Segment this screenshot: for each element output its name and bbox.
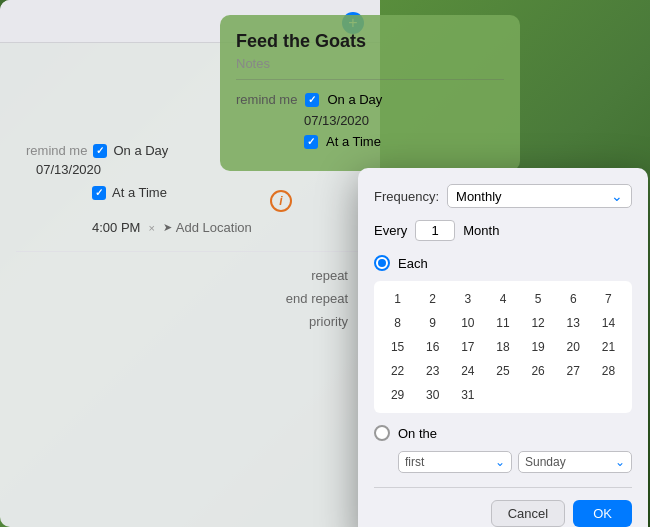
each-radio[interactable] xyxy=(374,255,390,271)
cal-day-empty-2 xyxy=(524,383,552,407)
cal-day-11[interactable]: 11 xyxy=(489,311,517,335)
repeat-row: repeat xyxy=(16,268,364,283)
on-day-check[interactable] xyxy=(305,93,319,107)
frequency-select-value: Monthly xyxy=(456,189,502,204)
cal-day-27[interactable]: 27 xyxy=(559,359,587,383)
cal-day-14[interactable]: 14 xyxy=(594,311,622,335)
cal-day-21[interactable]: 21 xyxy=(594,335,622,359)
end-repeat-row: end repeat xyxy=(16,291,364,306)
cal-day-1[interactable]: 1 xyxy=(384,287,412,311)
on-the-selects: first ⌄ Sunday ⌄ xyxy=(398,451,632,473)
cal-day-16[interactable]: 16 xyxy=(419,335,447,359)
end-repeat-label: end repeat xyxy=(286,291,348,306)
cal-row-1: 1 2 3 4 5 6 7 xyxy=(380,287,626,311)
first-select-value: first xyxy=(405,455,424,469)
day-select-arrow-icon: ⌄ xyxy=(615,455,625,469)
frequency-select[interactable]: Monthly ⌄ xyxy=(447,184,632,208)
remind-me-detail-label: remind me xyxy=(236,92,297,107)
on-a-day-checkbox[interactable] xyxy=(93,144,107,158)
cal-day-4[interactable]: 4 xyxy=(489,287,517,311)
cal-day-25[interactable]: 25 xyxy=(489,359,517,383)
cal-day-31[interactable]: 31 xyxy=(454,383,482,407)
cal-day-9[interactable]: 9 xyxy=(419,311,447,335)
on-a-day-detail-label: On a Day xyxy=(327,92,382,107)
remind-me-label: remind me xyxy=(26,143,87,158)
calendar-grid: 1 2 3 4 5 6 7 8 9 10 11 12 13 14 15 16 1… xyxy=(374,281,632,413)
frequency-row: Frequency: Monthly ⌄ xyxy=(374,184,632,208)
cal-day-15[interactable]: 15 xyxy=(384,335,412,359)
cal-day-17[interactable]: 17 xyxy=(454,335,482,359)
first-select-arrow-icon: ⌄ xyxy=(495,455,505,469)
cal-day-empty-4 xyxy=(594,383,622,407)
day-select-value: Sunday xyxy=(525,455,566,469)
cal-day-empty-1 xyxy=(489,383,517,407)
cancel-button[interactable]: Cancel xyxy=(491,500,565,527)
first-select[interactable]: first ⌄ xyxy=(398,451,512,473)
cal-day-30[interactable]: 30 xyxy=(419,383,447,407)
time-row: 4:00 PM × ➤ Add Location xyxy=(16,220,364,235)
add-location-label: Add Location xyxy=(176,220,252,235)
cal-row-3: 15 16 17 18 19 20 21 xyxy=(380,335,626,359)
cal-day-12[interactable]: 12 xyxy=(524,311,552,335)
every-label: Every xyxy=(374,223,407,238)
frequency-label: Frequency: xyxy=(374,189,439,204)
cal-day-13[interactable]: 13 xyxy=(559,311,587,335)
cal-day-empty-3 xyxy=(559,383,587,407)
info-icon[interactable]: i xyxy=(270,190,292,212)
cal-day-10[interactable]: 10 xyxy=(454,311,482,335)
cal-day-24[interactable]: 24 xyxy=(454,359,482,383)
cal-day-19[interactable]: 19 xyxy=(524,335,552,359)
each-row[interactable]: Each xyxy=(374,255,632,271)
cal-day-5[interactable]: 5 xyxy=(524,287,552,311)
month-label: Month xyxy=(463,223,499,238)
notes-placeholder: Notes xyxy=(236,56,504,80)
cal-day-6[interactable]: 6 xyxy=(559,287,587,311)
remind-me-on-day-detail: remind me On a Day xyxy=(236,92,504,107)
cal-day-23[interactable]: 23 xyxy=(419,359,447,383)
every-input[interactable] xyxy=(415,220,455,241)
on-the-radio[interactable] xyxy=(374,425,390,441)
repeat-label: repeat xyxy=(311,268,348,283)
frequency-select-arrow-icon: ⌄ xyxy=(611,188,623,204)
priority-row: priority xyxy=(16,314,364,329)
on-the-label: On the xyxy=(398,426,437,441)
at-a-time-row: At a Time xyxy=(16,185,364,200)
on-the-row[interactable]: On the xyxy=(374,425,632,441)
at-a-time-checkbox[interactable] xyxy=(92,186,106,200)
time-value: 4:00 PM xyxy=(92,220,140,235)
at-a-time-detail: At a Time xyxy=(236,134,504,149)
reminder-title: Feed the Goats xyxy=(236,31,504,52)
frequency-dialog: Frequency: Monthly ⌄ Every Month Each 1 … xyxy=(358,168,648,527)
reminder-panel: Feed the Goats Notes remind me On a Day … xyxy=(220,15,520,171)
cal-day-18[interactable]: 18 xyxy=(489,335,517,359)
ok-button[interactable]: OK xyxy=(573,500,632,527)
cal-day-2[interactable]: 2 xyxy=(419,287,447,311)
cal-day-3[interactable]: 3 xyxy=(454,287,482,311)
cal-day-22[interactable]: 22 xyxy=(384,359,412,383)
cal-day-26[interactable]: 26 xyxy=(524,359,552,383)
cal-row-4: 22 23 24 25 26 27 28 xyxy=(380,359,626,383)
cal-row-2: 8 9 10 11 12 13 14 xyxy=(380,311,626,335)
cal-day-28[interactable]: 28 xyxy=(594,359,622,383)
location-arrow-icon: ➤ xyxy=(163,221,172,234)
repeat-section: repeat end repeat priority xyxy=(16,251,364,329)
at-a-time-label: At a Time xyxy=(112,185,167,200)
on-a-day-label: On a Day xyxy=(113,143,168,158)
cal-day-20[interactable]: 20 xyxy=(559,335,587,359)
cal-row-5: 29 30 31 xyxy=(380,383,626,407)
time-close-button[interactable]: × xyxy=(148,222,154,234)
each-label: Each xyxy=(398,256,428,271)
dialog-buttons: Cancel OK xyxy=(374,487,632,527)
priority-label: priority xyxy=(309,314,348,329)
day-select[interactable]: Sunday ⌄ xyxy=(518,451,632,473)
cal-day-29[interactable]: 29 xyxy=(384,383,412,407)
add-location-button[interactable]: ➤ Add Location xyxy=(163,220,252,235)
every-row: Every Month xyxy=(374,220,632,241)
date-detail: 07/13/2020 xyxy=(236,113,504,128)
cal-day-7[interactable]: 7 xyxy=(594,287,622,311)
at-time-check[interactable] xyxy=(304,135,318,149)
cal-day-8[interactable]: 8 xyxy=(384,311,412,335)
at-a-time-detail-label: At a Time xyxy=(326,134,381,149)
